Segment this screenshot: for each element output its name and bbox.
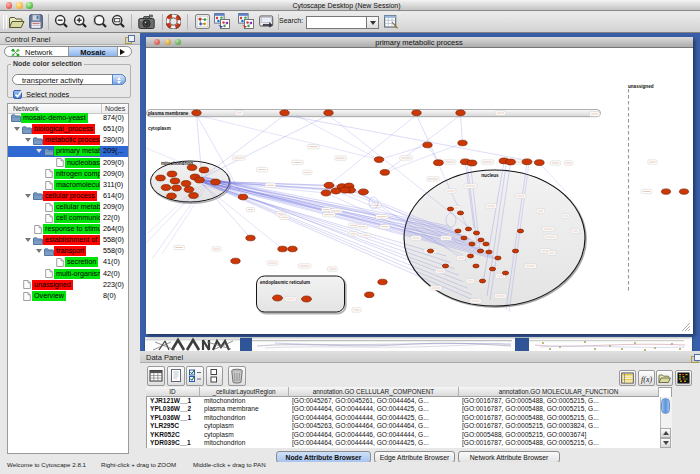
svg-text:f(x): f(x)	[641, 374, 652, 383]
svg-text:endoplasmic reticulum: endoplasmic reticulum	[260, 280, 310, 285]
svg-text:unassigned: unassigned	[628, 84, 654, 89]
svg-text:cytoplasm: cytoplasm	[148, 126, 171, 131]
svg-text:plasma membrane: plasma membrane	[148, 111, 189, 116]
svg-text:nucleus: nucleus	[481, 173, 499, 178]
